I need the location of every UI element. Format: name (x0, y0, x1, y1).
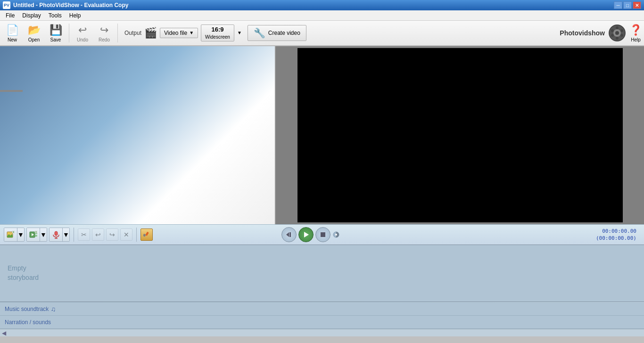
delete-button[interactable]: ✕ (120, 229, 132, 241)
menu-tools[interactable]: Tools (45, 11, 66, 20)
save-label: Save (50, 37, 61, 42)
svg-point-3 (616, 26, 619, 29)
svg-point-4 (616, 37, 619, 40)
add-video-dropdown[interactable]: ▼ (40, 228, 47, 241)
svg-point-31 (335, 234, 337, 236)
menu-file[interactable]: File (2, 11, 18, 20)
horizontal-bar (0, 90, 23, 92)
add-photo-group: ▼ (4, 228, 25, 242)
svg-point-6 (620, 29, 623, 32)
toolbar: 📄 New 📂 Open 💾 Save ↩ Undo ↪ Redo Output… (0, 21, 644, 46)
tool-button[interactable] (140, 229, 153, 241)
video-file-button[interactable]: Video file ▼ (160, 28, 198, 38)
new-icon: 📄 (6, 24, 19, 36)
redo-icon: ↪ (100, 24, 108, 36)
video-preview (297, 48, 623, 222)
create-video-icon: 🔧 (254, 27, 265, 39)
title-bar: PV Untitled - PhotoVidShow - Evaluation … (0, 0, 644, 10)
undo-label: Undo (77, 37, 88, 42)
left-panel (0, 46, 276, 224)
undo-button[interactable]: ↩ Undo (72, 22, 93, 44)
storyboard-toolbar: ▼ ▼ ▼ ✂ ↩ (0, 224, 644, 245)
widescreen-button[interactable]: 16:9 Widescreen (201, 24, 234, 41)
svg-point-2 (615, 31, 619, 35)
empty-line2: storyboard (8, 273, 39, 283)
redo-button[interactable]: ↪ Redo (94, 22, 115, 44)
open-button[interactable]: 📂 Open (24, 22, 44, 44)
widescreen-ratio: 16:9 (211, 26, 223, 34)
open-icon: 📂 (28, 24, 41, 36)
preview-panel (276, 46, 644, 224)
help-icon: ❓ (629, 24, 642, 36)
current-time: 00:00:00.00 (596, 228, 636, 235)
title-bar-left: PV Untitled - PhotoVidShow - Evaluation … (3, 1, 128, 9)
close-button[interactable]: ✕ (633, 1, 641, 9)
create-video-label: Create video (268, 30, 300, 36)
narration-track-row[interactable]: Narration / sounds (0, 316, 644, 329)
svg-point-10 (8, 233, 9, 234)
svg-rect-24 (145, 232, 149, 236)
widescreen-label: Widescreen (205, 34, 230, 40)
output-label: Output (124, 30, 141, 36)
svg-marker-26 (286, 232, 289, 237)
storyboard-area: Empty storyboard (0, 245, 644, 302)
bottom-scroll[interactable]: ◀ (0, 329, 644, 336)
cut-button[interactable]: ✂ (78, 229, 90, 241)
scroll-left-icon[interactable]: ◀ (2, 330, 6, 336)
redo-sb-button[interactable]: ↪ (106, 229, 118, 241)
total-time: (00:00:00.00) (596, 235, 636, 242)
new-button[interactable]: 📄 New (2, 22, 23, 44)
help-button[interactable]: ❓ Help (629, 24, 642, 42)
create-video-button[interactable]: 🔧 Create video (248, 25, 306, 41)
film-strip-icon: 🎬 (144, 27, 157, 39)
svg-point-8 (620, 34, 623, 37)
stop-button[interactable] (315, 227, 330, 242)
music-track-label: Music soundtrack (5, 306, 49, 312)
music-track-row[interactable]: Music soundtrack ♫ (0, 302, 644, 316)
narration-track-label: Narration / sounds (5, 319, 51, 326)
redo-label: Redo (99, 37, 110, 42)
maximize-button[interactable]: □ (623, 1, 632, 9)
app-icon: PV (3, 1, 10, 9)
open-label: Open (28, 37, 40, 42)
marker-button[interactable] (332, 229, 340, 241)
sb-separator-1 (74, 228, 74, 242)
svg-point-5 (611, 29, 614, 32)
add-video-group: ▼ (26, 228, 47, 242)
add-narration-group: ▼ (49, 228, 70, 242)
svg-rect-25 (143, 234, 146, 237)
rewind-button[interactable] (281, 227, 297, 242)
undo-icon: ↩ (78, 24, 87, 36)
svg-rect-29 (321, 232, 325, 237)
add-narration-button[interactable] (50, 228, 63, 241)
add-photo-dropdown[interactable]: ▼ (17, 228, 24, 241)
film-reel-icon (609, 24, 626, 41)
separator-2 (117, 24, 118, 42)
slide-area (0, 46, 275, 224)
play-button[interactable] (298, 227, 314, 242)
add-narration-dropdown[interactable]: ▼ (63, 228, 69, 241)
svg-point-7 (611, 34, 614, 37)
title-bar-controls[interactable]: ─ □ ✕ (614, 1, 641, 9)
menu-help[interactable]: Help (66, 11, 85, 20)
right-toolbar: Photovidshow ❓ Help (560, 24, 642, 42)
svg-rect-21 (55, 231, 58, 236)
widescreen-dropdown-icon[interactable]: ▼ (237, 30, 242, 35)
add-photo-button[interactable] (4, 228, 17, 241)
undo-sb-button[interactable]: ↩ (92, 229, 104, 241)
save-icon: 💾 (50, 24, 62, 36)
save-button[interactable]: 💾 Save (45, 22, 66, 44)
minimize-button[interactable]: ─ (614, 1, 622, 9)
add-video-button[interactable] (27, 228, 40, 241)
svg-marker-28 (304, 232, 309, 237)
playback-controls (281, 227, 340, 242)
title-bar-text: Untitled - PhotoVidShow - Evaluation Cop… (13, 2, 128, 8)
video-file-dropdown-icon: ▼ (189, 30, 194, 35)
menu-bar: File Display Tools Help (0, 10, 644, 21)
menu-display[interactable]: Display (18, 11, 44, 20)
svg-rect-27 (289, 232, 291, 237)
separator-1 (69, 24, 69, 42)
photovidshow-label: Photovidshow (560, 29, 605, 37)
time-display: 00:00:00.00 (00:00:00.00) (596, 228, 640, 242)
help-label: Help (631, 37, 641, 42)
